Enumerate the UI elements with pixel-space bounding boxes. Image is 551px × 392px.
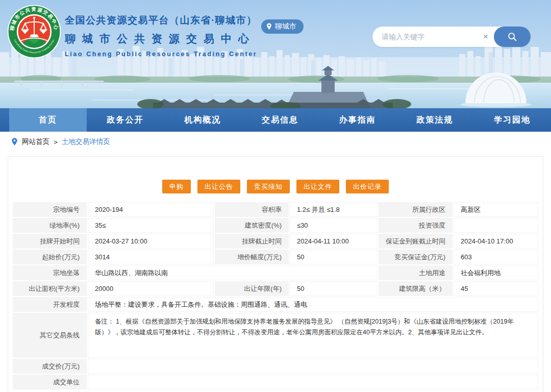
table-row: 起始价(万元) 3014 增价幅度(万元) 50 竞买保证金(万元) 603: [13, 250, 538, 264]
bid-records-button[interactable]: 出价记录: [346, 180, 389, 193]
tab-government-disclosure[interactable]: 政务公开: [87, 108, 164, 132]
field-value: 2024-03-27 10:00: [88, 234, 214, 249]
bidding-instructions-button[interactable]: 竞买须知: [247, 180, 290, 193]
table-row: 挂牌开始时间 2024-03-27 10:00 挂牌截止时间 2024-04-1…: [13, 234, 538, 249]
table-row: 其它交易条线 备注： 1、根据《自然资源部关于加强规划和用地保障支持养老服务发展…: [13, 313, 538, 358]
center-title: 聊城市公共资源交易中心: [65, 32, 257, 46]
field-value: 35≤: [88, 218, 214, 233]
tab-service-guide[interactable]: 办事指南: [319, 108, 396, 132]
field-value: [454, 218, 538, 233]
tab-home[interactable]: 首页: [9, 108, 87, 132]
field-label: 宗地编号: [13, 202, 87, 217]
center-title-english: Liao Cheng Public Resources Trading Cent…: [65, 51, 257, 58]
field-value: 备注： 1、根据《自然资源部关于加强规划和用地保障支持养老服务发展的指导意见》 …: [88, 313, 538, 358]
city-badge-label: 聊城市: [275, 22, 296, 31]
table-row: 宗地坐落 华山路以西、湖南路以南 土地用途 社会福利用地: [13, 265, 538, 280]
field-label: 保证金到账截止时间: [379, 234, 453, 249]
field-value: 1.2≤ 并且 ≤1.8: [290, 202, 378, 217]
main-nav: 首页 政务公开 机构概况 交易信息 办事指南 政策法规 学习园地: [0, 108, 551, 132]
field-value: 50: [290, 250, 378, 264]
field-label: 出让年限(年): [215, 281, 289, 296]
field-label: 建筑限高（米）: [379, 281, 453, 296]
pin-icon: [266, 23, 272, 30]
field-label: 土地用途: [379, 265, 453, 280]
land-details-table: 宗地编号 2020-194 容积率 1.2≤ 并且 ≤1.8 所属行政区 高新区…: [13, 202, 538, 389]
field-label: 增价幅度(万元): [215, 250, 289, 264]
field-label: 建筑密度(%): [215, 218, 289, 233]
field-value: 社会福利用地: [454, 265, 538, 280]
field-value: 603: [454, 250, 538, 264]
field-label: 挂牌开始时间: [13, 234, 87, 249]
table-row: 成交价(万元): [13, 359, 538, 374]
field-value: 45: [454, 281, 538, 296]
field-value: [88, 359, 538, 374]
field-label: 成交单位: [13, 375, 87, 389]
pin-icon: [11, 138, 18, 146]
table-row: 绿地率(%) 35≤ 建筑密度(%) ≤30 投资强度: [13, 218, 538, 233]
table-row: 开发程度 场地平整：建设要求，具备开工条件。基础设施：周围通路、通讯、通电: [13, 297, 538, 312]
table-row: 宗地编号 2020-194 容积率 1.2≤ 并且 ≤1.8 所属行政区 高新区: [13, 202, 538, 217]
buy-request-button[interactable]: 申购: [162, 180, 191, 193]
breadcrumb-separator: >: [54, 138, 58, 146]
field-value: 2024-04-10 17:00: [454, 234, 538, 249]
field-value: 2024-04-11 10:00: [290, 234, 378, 249]
search-bar: ×: [372, 27, 531, 47]
search-button[interactable]: [494, 27, 531, 47]
tab-trading-info[interactable]: 交易信息: [241, 108, 319, 132]
field-value: ≤30: [290, 218, 378, 233]
site-logo-scales-emblem-icon: 聊城市公共资源交易中心 Liaocheng Public Resources T…: [7, 4, 62, 59]
platform-title: 全国公共资源交易平台（山东省·聊城市）: [65, 14, 257, 27]
field-label: 竞买保证金(万元): [379, 250, 453, 264]
field-label: 所属行政区: [379, 202, 453, 217]
field-value: 华山路以西、湖南路以南: [88, 265, 378, 280]
field-label: 其它交易条线: [13, 313, 87, 358]
field-value: 高新区: [454, 202, 538, 217]
field-label: 宗地坐落: [13, 265, 87, 280]
breadcrumb-current-page[interactable]: 土地交易详情页: [62, 137, 110, 146]
field-label: 投资强度: [379, 218, 453, 233]
field-value: 场地平整：建设要求，具备开工条件。基础设施：周围通路、通讯、通电: [88, 297, 538, 312]
field-value: 50: [290, 281, 378, 296]
field-value: 3014: [88, 250, 214, 264]
tab-organization-overview[interactable]: 机构概况: [164, 108, 241, 132]
field-label: 成交价(万元): [13, 359, 87, 374]
magnifier-icon: [507, 31, 518, 42]
transfer-announcement-button[interactable]: 出让公告: [197, 180, 240, 193]
field-label: 起始价(万元): [13, 250, 87, 264]
field-value: 2020-194: [88, 202, 214, 217]
field-label: 挂牌截止时间: [215, 234, 289, 249]
table-row: 出让面积(平方米) 20000 出让年限(年) 50 建筑限高（米） 45: [13, 281, 538, 296]
search-clear-button[interactable]: ×: [478, 32, 494, 42]
site-titles: 全国公共资源交易平台（山东省·聊城市） 聊城市公共资源交易中心 Liao Che…: [65, 14, 257, 58]
action-buttons: 申购 出让公告 竞买须知 出让文件 出价记录: [13, 180, 538, 193]
field-label: 出让面积(平方米): [13, 281, 87, 296]
field-label: 绿地率(%): [13, 218, 87, 233]
tab-learning-garden[interactable]: 学习园地: [473, 108, 551, 132]
breadcrumb: 网站首页 > 土地交易详情页: [0, 132, 551, 152]
city-selector-badge[interactable]: 聊城市: [261, 19, 304, 34]
field-label: 容积率: [215, 202, 289, 217]
breadcrumb-home-link[interactable]: 网站首页: [22, 137, 49, 146]
field-label: 开发程度: [13, 297, 87, 312]
field-value: [88, 375, 538, 389]
land-detail-card: 申购 出让公告 竞买须知 出让文件 出价记录 宗地编号 2020-194 容积率…: [8, 156, 543, 392]
tab-policies-regulations[interactable]: 政策法规: [396, 108, 474, 132]
header-banner: 聊城市公共资源交易中心 Liaocheng Public Resources T…: [0, 0, 551, 108]
table-row: 成交单位: [13, 375, 538, 389]
field-value: 20000: [88, 281, 214, 296]
search-input[interactable]: [372, 33, 478, 41]
transfer-documents-button[interactable]: 出让文件: [296, 180, 339, 193]
